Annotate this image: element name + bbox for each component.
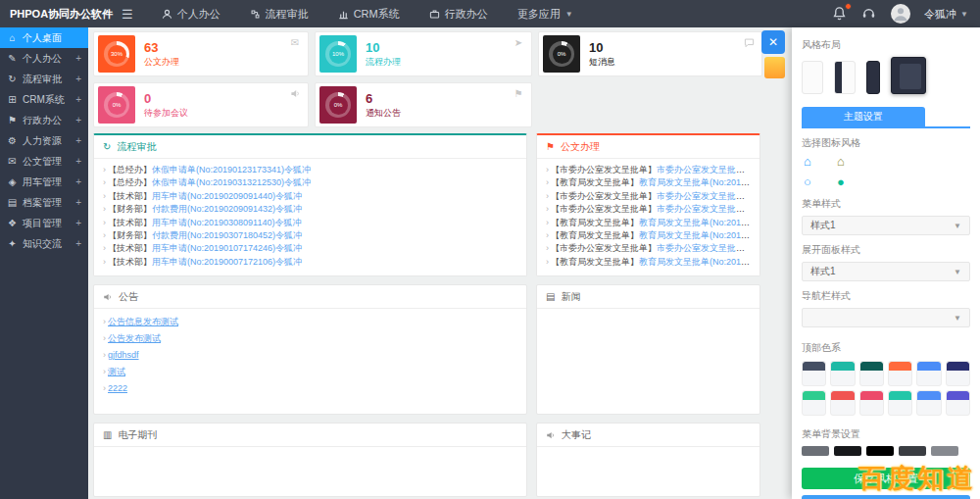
tab-theme-settings[interactable]: 主题设置 xyxy=(802,107,925,126)
save-style-button[interactable]: 保存风格设置 xyxy=(802,468,970,489)
stat-card-flows[interactable]: 10% 10 流程办理 ➤ xyxy=(315,31,532,76)
sidebar-item-documents[interactable]: ✉ 公文管理 + xyxy=(0,151,88,172)
color-swatch[interactable] xyxy=(888,361,912,386)
list-item[interactable]: ›【教育局发文呈批单】教育局发文呈批单(No:20190213011442)令狐… xyxy=(546,176,751,189)
stat-value: 10 xyxy=(589,40,615,56)
list-item[interactable]: ›测试 xyxy=(103,364,517,380)
list-item[interactable]: ›【技术部】用车申请(No:20190107174246)令狐冲 xyxy=(103,242,517,255)
navbar-style-select[interactable]: ▼ xyxy=(802,308,970,327)
notice-list: ›公告信息发布测试 ›公告发布测试 ›gjfdhsdf ›测试 ›2222 xyxy=(94,309,526,402)
sidebar-item-vehicles[interactable]: ◈ 用车管理 + xyxy=(0,172,88,192)
nav-label: 个人办公 xyxy=(177,7,220,22)
stat-label: 通知公告 xyxy=(366,108,401,119)
nav-personal-office[interactable]: 个人办公 xyxy=(147,0,235,27)
sidebar-item-label: 流程审批 xyxy=(23,73,62,86)
list-item[interactable]: ›gjfdhsdf xyxy=(103,347,517,364)
nav-admin-office[interactable]: 行政办公 xyxy=(415,0,503,27)
chat-icon: ✦ xyxy=(7,238,18,249)
list-item[interactable]: ›【市委办公室发文呈批单】市委办公室发文呈批单(No:2019040900460… xyxy=(546,203,751,216)
plus-icon: + xyxy=(75,156,81,167)
notification-bell-icon[interactable] xyxy=(832,6,848,22)
menu-bg-swatch[interactable] xyxy=(866,446,894,456)
list-item[interactable]: ›【财务部】付款费用(No:20190209091432)令狐冲 xyxy=(103,203,517,216)
project-icon: ❖ xyxy=(7,218,18,228)
stat-card-announcements[interactable]: 0% 6 通知公告 ⚑ xyxy=(315,82,532,127)
color-swatch[interactable] xyxy=(830,390,855,416)
use-system-default-button[interactable]: 使用系统默认 xyxy=(802,495,970,499)
close-drawer-button[interactable]: ✕ xyxy=(761,30,785,54)
message-headset-icon[interactable] xyxy=(861,6,877,22)
sidebar-item-hr[interactable]: ⚙ 人力资源 + xyxy=(0,130,88,151)
list-item[interactable]: ›【教育局发文呈批单】教育局发文呈批单(No:20190213134034)令狐… xyxy=(546,229,751,242)
avatar[interactable] xyxy=(891,4,910,24)
nav-label: 流程审批 xyxy=(266,7,309,22)
color-swatch[interactable] xyxy=(802,390,826,416)
list-item[interactable]: ›【技术部】用车申请(No:20190007172106)令狐冲 xyxy=(103,256,517,269)
plus-icon: + xyxy=(75,115,81,125)
plus-icon: + xyxy=(75,74,81,84)
layout-option-dark-selected[interactable] xyxy=(891,57,926,94)
list-item[interactable]: ›【技术部】用车申请(No:20190308091140)令狐冲 xyxy=(103,217,517,229)
color-swatch[interactable] xyxy=(859,361,884,386)
color-swatch[interactable] xyxy=(830,361,855,386)
panel-title: 电子期刊 xyxy=(118,428,157,442)
app-logo: PHPOA协同办公软件 xyxy=(0,7,116,22)
user-menu[interactable]: 令狐冲 ▼ xyxy=(924,7,968,22)
list-item[interactable]: ›【教育局发文呈批单】教育局发文呈批单(No:20190307140836)令狐… xyxy=(546,217,751,229)
list-item[interactable]: ›【财务部】付款费用(No:20190307180452)令狐冲 xyxy=(103,229,517,242)
list-item[interactable]: ›【市委办公室发文呈批单】市委办公室发文呈批单(No:2019021113016… xyxy=(546,164,751,176)
chat-bubble-icon xyxy=(743,36,755,48)
layout-option-dark-sidebar[interactable] xyxy=(834,61,856,94)
color-swatch[interactable] xyxy=(946,390,970,416)
sidebar-item-label: 个人办公 xyxy=(23,52,62,66)
color-swatch[interactable] xyxy=(859,390,884,416)
color-swatch[interactable] xyxy=(888,390,912,416)
stat-card-messages[interactable]: 0% 10 短消息 xyxy=(538,31,762,76)
sidebar-item-archives[interactable]: ▤ 档案管理 + xyxy=(0,192,88,213)
color-swatch[interactable] xyxy=(802,361,826,386)
menu-bg-swatch[interactable] xyxy=(802,446,829,456)
layout-option-light[interactable] xyxy=(802,61,823,94)
circle-outline-icon[interactable]: ○ xyxy=(804,175,837,189)
color-swatch[interactable] xyxy=(946,361,970,386)
list-item[interactable]: ›【教育局发文呈批单】教育局发文呈批单(No:20190213134130)令狐… xyxy=(546,256,751,269)
nav-flow-approval[interactable]: 流程审批 xyxy=(235,0,323,27)
hamburger-icon[interactable]: ☰ xyxy=(122,7,133,22)
sidebar-item-personal-office[interactable]: ✎ 个人办公 + xyxy=(0,48,88,69)
list-item[interactable]: ›【总经办】休假申请单(No:20190123173341)令狐冲 xyxy=(103,164,517,176)
theme-toggle-button[interactable] xyxy=(764,57,785,78)
color-swatch[interactable] xyxy=(916,390,941,416)
icon-style-label: 选择图标风格 xyxy=(802,136,970,150)
sidebar-item-desktop[interactable]: ⌂ 个人桌面 xyxy=(0,27,88,48)
stat-card-documents[interactable]: 30% 63 公文办理 ✉ xyxy=(93,31,309,76)
sidebar-item-label: 行政办公 xyxy=(23,114,62,127)
color-swatch[interactable] xyxy=(916,361,941,386)
list-item[interactable]: ›公告发布测试 xyxy=(103,330,517,347)
list-item[interactable]: ›【总经办】休假申请单(No:20190313212530)令狐冲 xyxy=(103,176,517,189)
sidebar-item-knowledge[interactable]: ✦ 知识交流 + xyxy=(0,233,88,254)
layout-option-dark-narrow[interactable] xyxy=(866,61,880,94)
sidebar-item-flow-approval[interactable]: ↻ 流程审批 + xyxy=(0,69,88,89)
sidebar-item-crm[interactable]: ⊞ CRM系统 + xyxy=(0,89,88,110)
menu-bg-swatch[interactable] xyxy=(834,446,861,456)
nav-crm[interactable]: CRM系统 xyxy=(323,0,415,27)
sidebar-item-projects[interactable]: ❖ 项目管理 + xyxy=(0,213,88,233)
list-item[interactable]: ›公告信息发布测试 xyxy=(103,314,517,330)
sidebar-item-admin-office[interactable]: ⚑ 行政办公 + xyxy=(0,110,88,130)
menu-style-select[interactable]: 样式1 ▼ xyxy=(802,216,970,235)
list-item[interactable]: ›2222 xyxy=(103,380,517,397)
home-outline-icon[interactable]: ⌂ xyxy=(804,155,837,169)
list-item[interactable]: ›【市委办公室发文呈批单】市委办公室发文呈批单(No:2019040900461… xyxy=(546,190,751,203)
list-item[interactable]: ›【技术部】用车申请(No:20190209091440)令狐冲 xyxy=(103,190,517,203)
circle-filled-icon[interactable]: ● xyxy=(837,175,870,189)
user-icon xyxy=(162,9,172,20)
plus-icon: + xyxy=(75,218,81,228)
menu-bg-swatch[interactable] xyxy=(931,446,958,456)
nav-more-apps[interactable]: 更多应用 ▼ xyxy=(503,0,588,27)
home-filled-icon[interactable]: ⌂ xyxy=(837,155,870,169)
expand-style-select[interactable]: 样式1 ▼ xyxy=(802,262,970,281)
journal-icon: ▥ xyxy=(103,429,112,440)
list-item[interactable]: ›【市委办公室发文呈批单】市委办公室发文呈批单(No:2019021311420… xyxy=(546,242,751,255)
stat-card-meetings[interactable]: 0% 0 待参加会议 xyxy=(93,82,309,127)
menu-bg-swatch[interactable] xyxy=(899,446,926,456)
